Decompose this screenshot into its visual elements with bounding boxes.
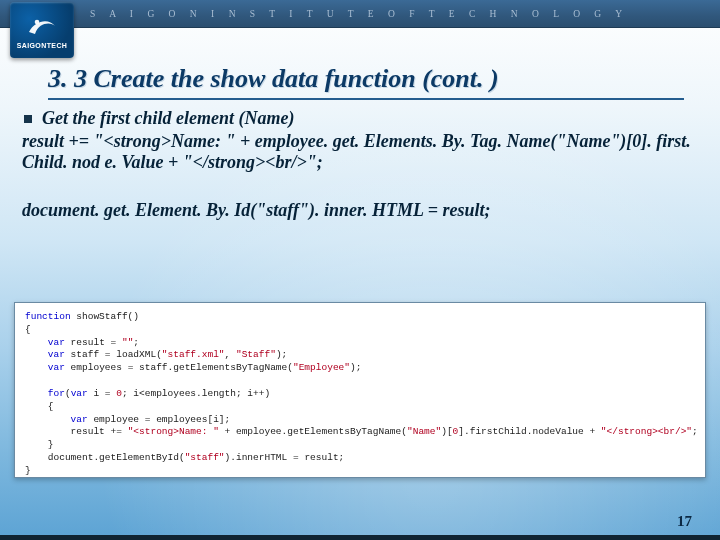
code-token: { [25, 401, 54, 412]
bullet-get-first-child: Get the first child element (Name) [22, 108, 702, 129]
code-token: result = [65, 337, 122, 348]
slide-body: Get the first child element (Name) resul… [22, 108, 702, 221]
code-token: staff = loadXML( [65, 349, 162, 360]
code-token: "Staff" [236, 349, 276, 360]
code-token: "staff" [185, 452, 225, 463]
code-token: var [25, 349, 65, 360]
code-token: var [25, 414, 88, 425]
logo-swoosh-icon [25, 12, 59, 40]
brand-logo: SAIGONTECH [10, 2, 74, 58]
code-token: ].firstChild.nodeValue + [458, 426, 601, 437]
code-token: ; i<employees.length; i++) [122, 388, 270, 399]
code-token: "staff.xml" [162, 349, 225, 360]
code-token: var [71, 388, 88, 399]
slide-title: 3. 3 Create the show data function (cont… [48, 64, 684, 94]
code-token: "<strong>Name: " [128, 426, 219, 437]
code-token: "" [122, 337, 133, 348]
code-token: ).innerHTML = result; [225, 452, 345, 463]
code-token: var [25, 337, 65, 348]
svg-point-0 [35, 19, 40, 24]
code-screenshot-panel: function showStaff() { var result = ""; … [14, 302, 706, 478]
code-token: + employee.getElementsByTagName( [219, 426, 407, 437]
code-token: i = [88, 388, 117, 399]
bottom-strip [0, 535, 720, 540]
code-token: showStaff() [71, 311, 139, 322]
code-token: result += [25, 426, 128, 437]
code-token: ); [350, 362, 361, 373]
code-token: ; [692, 426, 698, 437]
code-token: ); [276, 349, 287, 360]
page-number: 17 [677, 513, 692, 530]
code-token: } [25, 465, 31, 476]
code-token: ; [133, 337, 139, 348]
brand-text: SAIGONTECH [17, 42, 68, 49]
code-token: employees = staff.getElementsByTagName( [65, 362, 293, 373]
code-token: var [25, 362, 65, 373]
code-token: } [25, 439, 54, 450]
code-token: "Name" [407, 426, 441, 437]
institute-name: S A I G O N I N S T I T U T E O F T E C … [90, 9, 628, 19]
code-line-result-append: result += "<strong>Name: " + employee. g… [22, 131, 702, 173]
slide-title-block: 3. 3 Create the show data function (cont… [48, 64, 684, 100]
code-token: for [25, 388, 65, 399]
code-token: , [225, 349, 236, 360]
top-bar: S A I G O N I N S T I T U T E O F T E C … [0, 0, 720, 28]
code-token: )[ [441, 426, 452, 437]
code-token: { [25, 324, 31, 335]
code-token: document.getElementById( [25, 452, 185, 463]
code-line-innerhtml: document. get. Element. By. Id("staff").… [22, 200, 702, 221]
code-token: function [25, 311, 71, 322]
code-token: employee = employees[i]; [88, 414, 231, 425]
code-token: "Employee" [293, 362, 350, 373]
title-underline [48, 98, 684, 100]
code-token: "</strong><br/>" [601, 426, 692, 437]
